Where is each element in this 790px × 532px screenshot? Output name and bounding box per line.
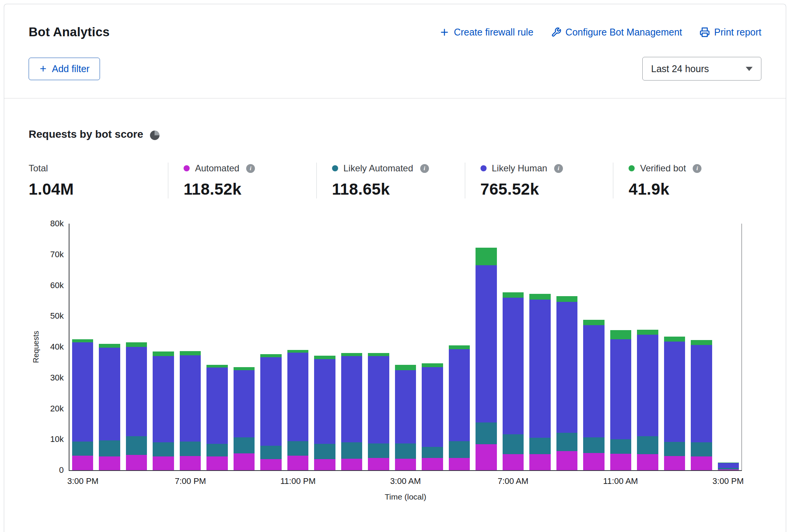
bar-segment [664, 456, 685, 470]
bar-2[interactable] [126, 342, 147, 470]
stat-label: Total [29, 163, 48, 174]
bar-segment [449, 441, 470, 458]
chevron-down-icon [746, 67, 753, 71]
bar-segment [206, 444, 227, 457]
stat-value: 765.52k [480, 180, 606, 198]
bar-segment [476, 422, 497, 444]
bar-segment [180, 351, 201, 355]
y-tick-label: 80k [50, 219, 64, 229]
bar-segment [72, 339, 93, 342]
bar-segment [610, 439, 631, 454]
bar-segment [234, 437, 255, 453]
bar-segment [341, 353, 362, 356]
y-tick-label: 50k [50, 311, 64, 321]
action-label: Create firewall rule [454, 27, 533, 38]
bar-segment [341, 356, 362, 442]
chart-plot-area: Requests Time (local) 010k20k30k40k50k60… [69, 224, 742, 471]
bar-1[interactable] [99, 344, 120, 470]
x-axis-title: Time (local) [385, 492, 426, 501]
bar-segment [610, 330, 631, 339]
bar-17[interactable] [529, 294, 550, 470]
bar-segment [234, 453, 255, 470]
bar-segment [314, 356, 335, 360]
wrench-icon [551, 27, 561, 37]
bar-5[interactable] [206, 365, 227, 470]
info-icon[interactable] [420, 164, 429, 173]
bar-segment [556, 433, 577, 451]
bar-segment [206, 368, 227, 443]
bar-segment [287, 350, 308, 353]
time-range-select[interactable]: Last 24 hours [642, 57, 761, 81]
bar-13[interactable] [422, 363, 443, 470]
bar-18[interactable] [556, 296, 577, 470]
bar-segment [99, 348, 120, 440]
stat-label: Likely Automated [343, 163, 413, 174]
add-filter-button[interactable]: Add filter [29, 58, 100, 80]
bar-16[interactable] [503, 292, 524, 470]
info-icon[interactable] [693, 164, 701, 173]
bar-segment [180, 442, 201, 456]
bar-segment [368, 353, 389, 356]
legend-dot-automated [184, 165, 190, 171]
bar-segment [99, 344, 120, 348]
bar-10[interactable] [341, 353, 362, 470]
bar-22[interactable] [664, 337, 685, 470]
requests-chart: Requests Time (local) 010k20k30k40k50k60… [29, 224, 761, 471]
bar-segment [610, 339, 631, 439]
bar-segment [556, 302, 577, 432]
pie-chart-icon [150, 131, 160, 140]
bar-segment [691, 442, 712, 456]
x-tick-label: 3:00 AM [390, 476, 421, 486]
bar-segment [234, 367, 255, 370]
bar-segment [153, 356, 174, 442]
bar-15[interactable] [476, 248, 497, 470]
info-icon[interactable] [246, 164, 255, 173]
bar-6[interactable] [234, 367, 255, 470]
bar-segment [503, 292, 524, 298]
bar-3[interactable] [153, 351, 174, 470]
bar-segment [422, 363, 443, 367]
bar-23[interactable] [691, 340, 712, 470]
bar-segment [637, 335, 658, 436]
bar-segment [260, 357, 281, 446]
bar-24[interactable] [718, 463, 739, 470]
info-icon[interactable] [554, 164, 563, 173]
bar-4[interactable] [180, 351, 201, 470]
stat-likely-human: Likely Human 765.52k [465, 163, 613, 198]
bar-segment [503, 298, 524, 435]
bar-segment [368, 356, 389, 443]
bar-20[interactable] [610, 330, 631, 470]
action-label: Print report [714, 27, 761, 38]
bar-segment [422, 447, 443, 458]
bar-segment [422, 458, 443, 470]
bar-segment [395, 459, 416, 470]
bar-11[interactable] [368, 353, 389, 470]
bar-segment [72, 456, 93, 470]
bar-segment [126, 436, 147, 455]
bar-segment [99, 440, 120, 456]
bar-14[interactable] [449, 345, 470, 470]
bar-8[interactable] [287, 350, 308, 470]
y-tick-label: 10k [50, 434, 64, 444]
bar-9[interactable] [314, 356, 335, 470]
print-report-link[interactable]: Print report [700, 27, 761, 38]
bar-segment [341, 442, 362, 459]
bar-segment [395, 365, 416, 370]
bar-21[interactable] [637, 330, 658, 470]
bar-0[interactable] [72, 339, 93, 470]
y-tick-label: 0 [59, 465, 64, 475]
stat-total: Total 1.04M [29, 163, 168, 198]
stat-label: Verified bot [640, 163, 686, 174]
configure-bot-management-link[interactable]: Configure Bot Management [551, 27, 682, 38]
y-tick-label: 70k [50, 250, 64, 260]
stats-row: Total 1.04M Automated 118.52k Likely Aut… [29, 163, 761, 198]
bar-segment [718, 463, 739, 468]
bar-12[interactable] [395, 365, 416, 470]
bar-segment [206, 456, 227, 470]
bar-segment [691, 456, 712, 470]
y-tick-label: 20k [50, 404, 64, 414]
bar-19[interactable] [583, 320, 604, 470]
bar-7[interactable] [260, 354, 281, 470]
create-firewall-rule-link[interactable]: Create firewall rule [439, 27, 533, 38]
printer-icon [700, 27, 710, 37]
